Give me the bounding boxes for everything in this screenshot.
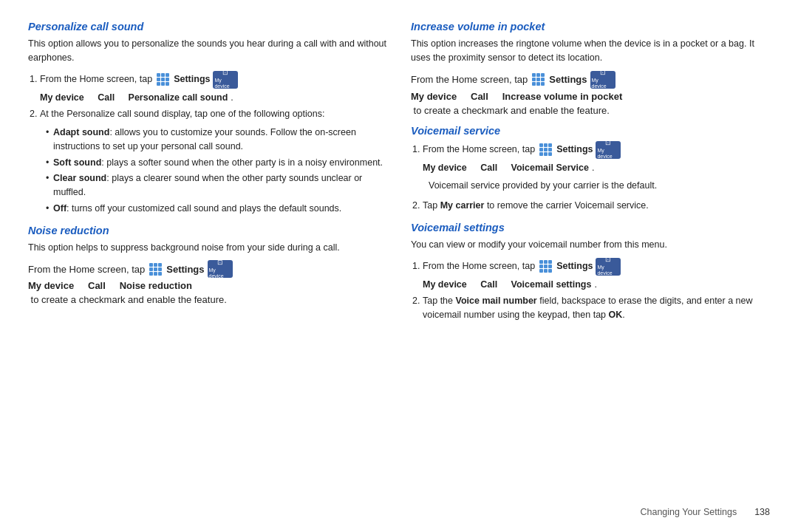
vm-settings-path-sep2 (500, 278, 508, 292)
vm-step2-period: . (622, 310, 624, 320)
vm-service-step-2: Tap My carrier to remove the carrier Voi… (423, 199, 770, 213)
vm-service-path-mydevice: My device (423, 161, 467, 175)
section-intro-personalize: This option allows you to personalize th… (28, 37, 387, 65)
vm-service-path-sep1 (470, 161, 477, 175)
vm-step2-text1: Tap the (423, 296, 455, 306)
vm-service-path-row: My device Call Voicemail Service. (423, 161, 770, 175)
section-intro-volume: This option increases the ringtone volum… (411, 37, 770, 65)
vm-settings-path-row: My device Call Voicemail settings. (423, 278, 770, 292)
bullet-label-soft: Soft sound (53, 157, 101, 168)
step-1-path: My device Call Personalize call sound. (40, 91, 387, 105)
badge-icon-vm-settings: ⊡ (605, 256, 611, 264)
section-personalize-call-sound: Personalize call sound This option allow… (28, 21, 387, 216)
step-2-text: At the Personalize call sound display, t… (40, 109, 324, 119)
noise-settings-label: Settings (166, 264, 204, 275)
vm-service-path-call: Call (480, 161, 497, 175)
path-my-device-1: My device (40, 91, 84, 105)
badge-icon-vm: ⊡ (605, 139, 611, 147)
path-sep-1b (117, 91, 125, 105)
vm-settings-label: Settings (556, 259, 593, 273)
noise-path-noise: Noise reduction (120, 280, 192, 291)
volume-step-text: From the Home screen, tap (411, 74, 528, 85)
volume-path-suffix: to create a checkmark and enable the fea… (411, 105, 610, 116)
section-title-vm-service: Voicemail service (411, 125, 770, 137)
vm-service-extra: Voicemail service provided by your carri… (411, 179, 770, 193)
left-column: Personalize call sound This option allow… (28, 21, 387, 501)
grid-icon-vm-settings (539, 260, 552, 273)
badge-text-volume: My device (592, 78, 614, 90)
volume-path-sep1 (460, 91, 468, 102)
right-column: Increase volume in pocket This option in… (411, 21, 770, 501)
personalize-steps: From the Home screen, tap Settings ⊡ My … (28, 71, 387, 122)
noise-path-sep1 (77, 280, 85, 291)
vm-settings-path-call: Call (480, 278, 497, 292)
vm-service-path-feature: Voicemail Service (511, 161, 589, 175)
noise-path-suffix: to create a checkmark and enable the fea… (28, 294, 227, 305)
vm-service-settings-label: Settings (556, 143, 593, 157)
personalize-bullets: Adapt sound: allows you to customize you… (28, 126, 387, 216)
volume-path-feature: Increase volume in pocket (502, 91, 623, 102)
bullet-soft-sound: Soft sound: plays a softer sound when th… (46, 156, 387, 170)
noise-step-row: From the Home screen, tap Settings ⊡ My … (28, 260, 387, 278)
vm-service-step1-row: From the Home screen, tap Settings ⊡ My … (423, 141, 770, 159)
step-1: From the Home screen, tap Settings ⊡ My … (40, 71, 387, 105)
footer-label: Changing Your Settings (640, 507, 737, 517)
page: Personalize call sound This option allow… (0, 0, 798, 532)
volume-step-row: From the Home screen, tap Settings ⊡ My … (411, 71, 770, 89)
step-1-row: From the Home screen, tap Settings ⊡ My … (40, 71, 387, 89)
my-device-badge-noise: ⊡ My device (208, 260, 233, 278)
section-voicemail-service: Voicemail service From the Home screen, … (411, 125, 770, 213)
path-personalize-1: Personalize call sound (129, 91, 228, 105)
section-title-volume: Increase volume in pocket (411, 21, 770, 33)
badge-text-vm: My device (597, 148, 619, 160)
vm-settings-step1-row: From the Home screen, tap Settings ⊡ My … (423, 258, 770, 276)
columns: Personalize call sound This option allow… (28, 21, 770, 501)
settings-label-1: Settings (174, 72, 210, 86)
grid-icon-volume (532, 73, 545, 86)
noise-path-mydevice: My device (28, 280, 74, 291)
section-noise-reduction: Noise reduction This option helps to sup… (28, 225, 387, 306)
volume-path-mydevice: My device (411, 91, 457, 102)
bullet-label-adapt: Adapt sound (53, 127, 109, 137)
badge-icon-noise: ⊡ (217, 259, 223, 267)
my-device-badge-1: ⊡ My device (213, 71, 238, 89)
vm-settings-step-2: Tap the Voice mail number field, backspa… (423, 294, 770, 322)
section-title-vm-settings: Voicemail settings (411, 222, 770, 233)
bullet-clear-sound: Clear sound: plays a clearer sound when … (46, 171, 387, 200)
volume-settings-label: Settings (549, 74, 587, 85)
path-period-1: . (231, 91, 233, 105)
step-2: At the Personalize call sound display, t… (40, 107, 387, 121)
noise-path-sep2 (109, 280, 117, 291)
grid-icon-1 (157, 73, 169, 86)
vm-settings-path-period: . (594, 278, 596, 292)
volume-path-call: Call (471, 91, 488, 102)
section-intro-vm-settings: You can view or modify your voicemail nu… (411, 238, 770, 252)
section-title-noise: Noise reduction (28, 225, 387, 236)
noise-path-row: My device Call Noise reduction to create… (28, 280, 387, 305)
bullet-desc-soft: : plays a softer sound when the other pa… (101, 157, 383, 168)
my-device-badge-vm: ⊡ My device (596, 141, 621, 159)
bullet-desc-off: : turns off your customized call sound a… (66, 203, 341, 214)
section-volume-pocket: Increase volume in pocket This option in… (411, 21, 770, 116)
vm-service-step2-list: Tap My carrier to remove the carrier Voi… (411, 199, 770, 213)
vm-step2-ok-bold: OK (609, 310, 623, 320)
vm-settings-path-mydevice: My device (423, 278, 467, 292)
path-sep-1a (87, 91, 95, 105)
vm-service-steps: From the Home screen, tap Settings ⊡ My … (411, 141, 770, 175)
footer: Changing Your Settings 138 (28, 501, 770, 517)
footer-page: 138 (754, 507, 770, 517)
section-intro-noise: This option helps to suppress background… (28, 241, 387, 255)
my-device-badge-volume: ⊡ My device (590, 71, 615, 89)
vm-step2-text-after: to remove the carrier Voicemail service. (484, 200, 648, 211)
vm-step2-voicemail-bold: Voice mail number (455, 296, 536, 306)
noise-step-text: From the Home screen, tap (28, 264, 145, 275)
my-device-badge-vm-settings: ⊡ My device (596, 258, 621, 276)
path-call-1: Call (98, 91, 115, 105)
step-1-text-before: From the Home screen, tap (40, 72, 152, 86)
volume-path-row: My device Call Increase volume in pocket… (411, 91, 770, 116)
vm-service-step-1: From the Home screen, tap Settings ⊡ My … (423, 141, 770, 175)
badge-text-1: My device (214, 78, 236, 90)
vm-service-path-sep2 (500, 161, 508, 175)
vm-step2-bold: My carrier (440, 200, 485, 211)
badge-icon-1: ⊡ (222, 69, 228, 77)
